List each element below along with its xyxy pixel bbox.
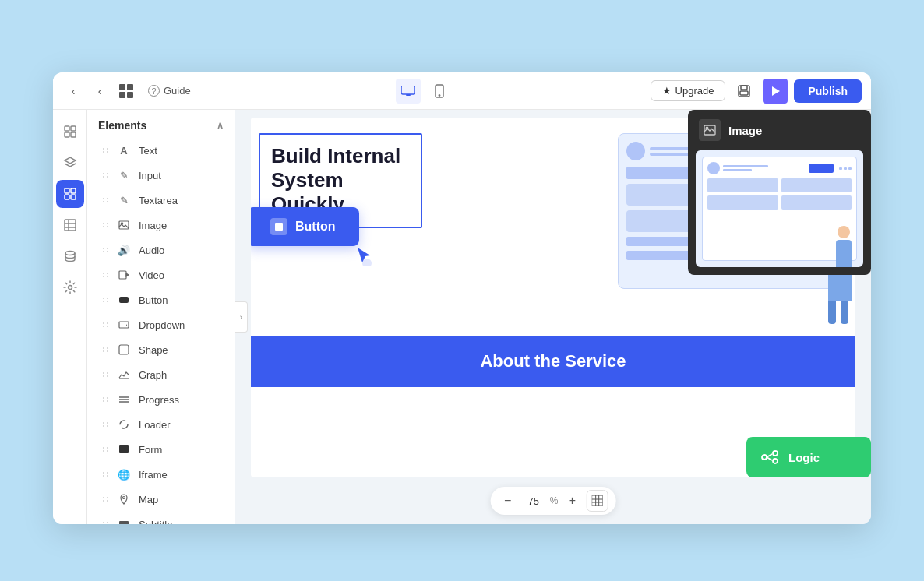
iframe-element-icon: 🌐 xyxy=(117,467,131,481)
svg-rect-14 xyxy=(65,195,69,199)
textarea-element-label: Textarea xyxy=(139,195,178,206)
element-item-textarea[interactable]: ✎ Textarea xyxy=(92,188,230,213)
map-element-label: Map xyxy=(139,494,158,505)
element-item-video[interactable]: Video xyxy=(92,262,230,287)
drag-handle xyxy=(103,273,109,277)
drag-handle xyxy=(103,497,109,502)
image-panel-title: Image xyxy=(728,124,762,137)
svg-point-49 xyxy=(773,451,778,456)
zoom-minus-button[interactable]: − xyxy=(499,491,517,510)
dropdown-element-icon xyxy=(117,318,131,332)
svg-rect-34 xyxy=(119,445,129,453)
svg-rect-27 xyxy=(119,322,129,328)
panel-title: Elements xyxy=(98,119,146,132)
element-item-input[interactable]: ✎ Input xyxy=(92,163,230,188)
desktop-device-button[interactable] xyxy=(396,79,421,104)
svg-rect-26 xyxy=(119,297,129,303)
logic-panel[interactable]: Logic xyxy=(746,437,871,477)
preview-search xyxy=(809,164,834,173)
canvas-area[interactable]: › Build Internal System Quickly Button xyxy=(235,110,871,524)
drag-handle xyxy=(103,322,109,327)
about-title: About the Service xyxy=(266,351,840,371)
button-block[interactable]: Button xyxy=(251,207,359,246)
back-button[interactable]: ‹ xyxy=(62,80,84,102)
svg-rect-36 xyxy=(119,521,129,524)
image-panel-preview xyxy=(696,150,863,267)
drag-handle xyxy=(103,347,109,352)
element-item-subtitle[interactable]: Subtitle xyxy=(92,512,230,524)
element-item-shape[interactable]: Shape xyxy=(92,337,230,362)
svg-point-20 xyxy=(65,252,75,255)
svg-rect-1 xyxy=(406,94,411,96)
graph-element-label: Graph xyxy=(139,369,167,381)
guide-circle-icon: ? xyxy=(148,85,160,97)
panel-collapse-icon[interactable]: ∧ xyxy=(217,120,224,131)
preview-figure xyxy=(836,226,852,267)
input-element-icon: ✎ xyxy=(117,168,131,182)
loader-element-label: Loader xyxy=(139,419,170,431)
panel-collapse-button[interactable]: › xyxy=(235,301,248,333)
element-item-form[interactable]: Form xyxy=(92,437,230,462)
elements-panel: Elements ∧ A Text ✎ Input ✎ Textarea xyxy=(87,110,235,524)
star-icon: ★ xyxy=(662,85,672,97)
sidebar-item-settings[interactable] xyxy=(56,273,84,301)
zoom-plus-button[interactable]: + xyxy=(563,491,581,510)
element-item-graph[interactable]: Graph xyxy=(92,362,230,387)
progress-element-label: Progress xyxy=(139,394,179,406)
forward-button[interactable]: ‹ xyxy=(89,80,111,102)
element-item-map[interactable]: Map xyxy=(92,487,230,512)
cursor-icon xyxy=(356,246,373,271)
drag-handle xyxy=(103,372,109,377)
element-item-progress[interactable]: Progress xyxy=(92,387,230,412)
svg-point-3 xyxy=(439,94,439,95)
logic-panel-title: Logic xyxy=(788,451,820,464)
sidebar-item-components[interactable] xyxy=(56,118,84,146)
sidebar-item-data[interactable] xyxy=(56,242,84,270)
svg-point-35 xyxy=(123,497,125,499)
element-item-image[interactable]: Image xyxy=(92,213,230,238)
element-item-loader[interactable]: Loader xyxy=(92,412,230,437)
publish-button[interactable]: Publish xyxy=(794,79,862,103)
svg-point-21 xyxy=(68,286,72,290)
upgrade-button[interactable]: ★ Upgrade xyxy=(651,80,726,101)
mobile-device-button[interactable] xyxy=(427,79,452,104)
sidebar-item-elements[interactable] xyxy=(56,180,84,208)
element-item-dropdown[interactable]: Dropdown xyxy=(92,312,230,337)
svg-rect-28 xyxy=(119,345,129,354)
svg-rect-13 xyxy=(71,188,76,193)
form-element-icon xyxy=(117,442,131,456)
textarea-element-icon: ✎ xyxy=(117,193,131,207)
svg-rect-6 xyxy=(740,91,748,95)
grid-view-button[interactable] xyxy=(115,80,137,102)
element-item-button[interactable]: Button xyxy=(92,287,230,312)
preview-button[interactable] xyxy=(763,79,788,104)
element-item-iframe[interactable]: 🌐 Iframe xyxy=(92,462,230,487)
element-item-audio[interactable]: 🔊 Audio xyxy=(92,238,230,262)
sidebar-item-layers[interactable] xyxy=(56,149,84,177)
shape-element-icon xyxy=(117,343,131,357)
svg-point-50 xyxy=(773,459,778,463)
preview-avatar xyxy=(707,162,720,174)
svg-rect-12 xyxy=(65,188,69,193)
drag-handle xyxy=(103,198,109,202)
svg-rect-45 xyxy=(591,495,602,506)
element-item-text[interactable]: A Text xyxy=(92,138,230,163)
sidebar-item-table[interactable] xyxy=(56,211,84,239)
loader-element-icon xyxy=(117,417,131,431)
svg-point-38 xyxy=(362,259,372,266)
drag-handle xyxy=(103,148,109,153)
drag-handle xyxy=(103,472,109,477)
svg-rect-9 xyxy=(71,126,76,131)
map-element-icon xyxy=(117,492,131,506)
guide-button[interactable]: ? Guide xyxy=(142,82,197,100)
image-element-label: Image xyxy=(139,220,167,231)
zoom-unit: % xyxy=(550,495,559,506)
svg-rect-0 xyxy=(401,86,415,94)
drag-handle xyxy=(103,447,109,452)
text-element-label: Text xyxy=(139,145,157,157)
button-element-icon xyxy=(117,293,131,307)
grid-toggle-button[interactable] xyxy=(586,490,608,512)
audio-element-label: Audio xyxy=(139,245,164,256)
save-button[interactable] xyxy=(732,79,756,104)
iframe-element-label: Iframe xyxy=(139,469,168,481)
